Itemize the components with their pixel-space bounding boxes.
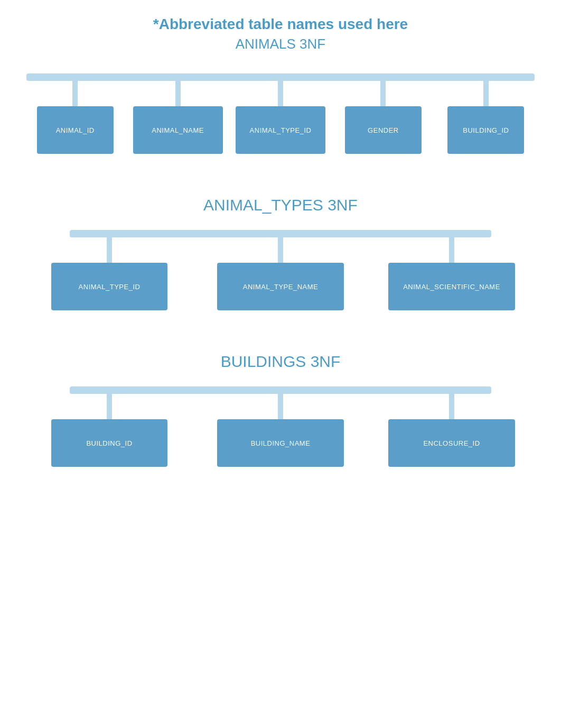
animals-field-building-id: BUILDING_ID — [447, 106, 524, 154]
buildings-title: BUILDINGS 3NF — [21, 353, 540, 371]
animals-field-animal-id: ANIMAL_ID — [37, 106, 114, 154]
buildings-field-building-name: BUILDING_NAME — [217, 419, 344, 467]
animal-types-col-scientific-name: ANIMAL_SCIENTIFIC_NAME — [369, 237, 535, 310]
abbreviation-note: *Abbreviated table names used here — [21, 16, 540, 33]
animal-types-col-type-name: ANIMAL_TYPE_NAME — [198, 237, 363, 310]
animals-field-animal-type-id: ANIMAL_TYPE_ID — [236, 106, 325, 154]
buildings-section: BUILDINGS 3NF BUILDING_ID BUILDING_NAME … — [21, 353, 540, 467]
buildings-col-enclosure-id: ENCLOSURE_ID — [369, 394, 535, 467]
first-section-title: ANIMALS 3NF — [21, 36, 540, 52]
animals-col-animal-name: ANIMAL_NAME — [129, 81, 226, 154]
buildings-field-enclosure-id: ENCLOSURE_ID — [388, 419, 515, 467]
animal-types-field-type-name: ANIMAL_TYPE_NAME — [217, 263, 344, 310]
buildings-col-building-id: BUILDING_ID — [26, 394, 192, 467]
page-header: *Abbreviated table names used here ANIMA… — [21, 16, 540, 52]
animal-types-col-type-id: ANIMAL_TYPE_ID — [26, 237, 192, 310]
animal-types-field-scientific-name: ANIMAL_SCIENTIFIC_NAME — [388, 263, 515, 310]
page-container: *Abbreviated table names used here ANIMA… — [0, 0, 561, 541]
animals-field-animal-name: ANIMAL_NAME — [133, 106, 223, 154]
animal-types-title: ANIMAL_TYPES 3NF — [21, 196, 540, 214]
buildings-col-building-name: BUILDING_NAME — [198, 394, 363, 467]
animals-col-animal-id: ANIMAL_ID — [26, 81, 124, 154]
animals-col-building-id: BUILDING_ID — [437, 81, 535, 154]
animals-col-animal-type-id: ANIMAL_TYPE_ID — [232, 81, 329, 154]
animals-col-gender: GENDER — [334, 81, 432, 154]
animal-types-field-type-id: ANIMAL_TYPE_ID — [51, 263, 167, 310]
buildings-field-building-id: BUILDING_ID — [51, 419, 167, 467]
animal-types-section: ANIMAL_TYPES 3NF ANIMAL_TYPE_ID ANIMAL_T… — [21, 196, 540, 310]
animals-field-gender: GENDER — [345, 106, 422, 154]
animals-section: ANIMAL_ID ANIMAL_NAME ANIMAL_TYPE_ID GEN… — [21, 73, 540, 154]
